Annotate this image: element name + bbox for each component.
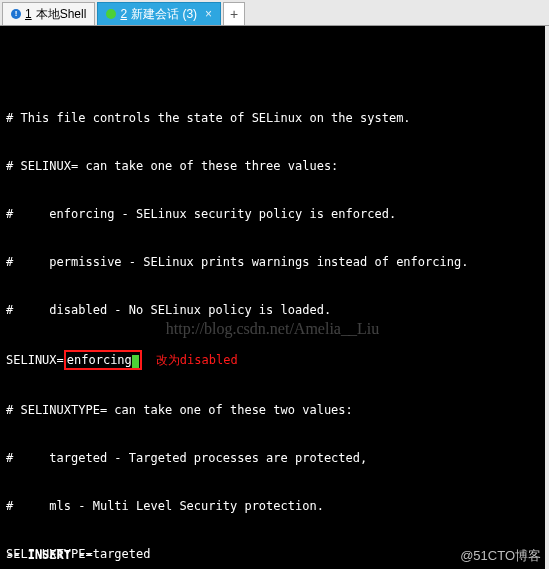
file-line: # permissive - SELinux prints warnings i… <box>6 254 539 270</box>
add-tab-button[interactable]: + <box>223 2 245 25</box>
file-line: SELINUX=enforcing改为disabled <box>6 350 539 370</box>
status-dot-icon <box>106 9 116 19</box>
file-line: # SELINUX= can take one of these three v… <box>6 158 539 174</box>
tab-number: 1 <box>25 7 32 21</box>
tab-bar: ! 1 本地Shell 2 新建会话 (3) × + <box>0 0 549 26</box>
cursor <box>132 355 139 368</box>
watermark-text: http://blog.csdn.net/Amelia__Liu <box>166 321 379 337</box>
close-icon[interactable]: × <box>205 7 212 21</box>
blank-line <box>6 62 539 78</box>
file-line: # disabled - No SELinux policy is loaded… <box>6 302 539 318</box>
file-line: # SELINUXTYPE= can take one of these two… <box>6 402 539 418</box>
annotation-text: 改为disabled <box>156 353 238 367</box>
info-icon: ! <box>11 9 21 19</box>
file-line: # targeted - Targeted processes are prot… <box>6 450 539 466</box>
vim-mode-indicator: -- INSERT -- <box>6 547 93 563</box>
tab-label: 新建会话 (3) <box>131 6 197 23</box>
file-line: # enforcing - SELinux security policy is… <box>6 206 539 222</box>
file-line: # mls - Multi Level Security protection. <box>6 498 539 514</box>
file-line: # This file controls the state of SELinu… <box>6 110 539 126</box>
highlight-box: enforcing <box>64 350 142 370</box>
tab-label: 本地Shell <box>36 6 87 23</box>
tab-new-session[interactable]: 2 新建会话 (3) × <box>97 2 221 25</box>
selinux-value: enforcing <box>67 353 132 367</box>
terminal-viewport[interactable]: # This file controls the state of SELinu… <box>0 26 545 569</box>
selinux-key: SELINUX= <box>6 353 64 367</box>
tab-number: 2 <box>120 7 127 21</box>
tab-local-shell[interactable]: ! 1 本地Shell <box>2 2 95 25</box>
plus-icon: + <box>230 6 238 22</box>
